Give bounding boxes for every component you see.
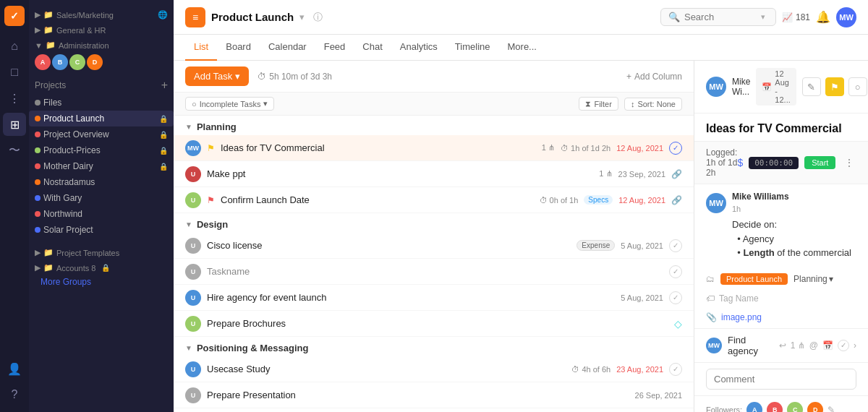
- sidebar-item-nostradamus[interactable]: Nostradamus: [29, 174, 174, 190]
- sidebar-item-with-gary[interactable]: With Gary: [29, 190, 174, 206]
- app-logo: ✓: [4, 6, 25, 26]
- tab-calendar[interactable]: Calendar: [260, 35, 315, 61]
- planning-badge[interactable]: Planning ▾: [793, 274, 833, 284]
- chart-icon[interactable]: 〜: [3, 139, 26, 162]
- tab-list[interactable]: List: [185, 35, 217, 61]
- task-row[interactable]: U ⚑ Confirm Launch Date ⏱ 0h of 1h Specs…: [174, 187, 694, 213]
- flag-icon-btn[interactable]: ⚑: [825, 77, 844, 96]
- help-icon[interactable]: ?: [3, 383, 26, 406]
- inbox-icon[interactable]: □: [3, 61, 26, 84]
- task-row[interactable]: U Taskname ✓: [174, 259, 694, 285]
- dot-product-launch: [35, 116, 41, 121]
- topbar-actions: 🔍 ▾ 📈 181 🔔 MW: [660, 7, 856, 27]
- sidebar-section-sales[interactable]: ▶ 📁 Sales/Marketing 🌐: [29, 6, 174, 21]
- avatar-1: A: [35, 54, 51, 70]
- sidebar-item-solar[interactable]: Solar Project: [29, 222, 174, 238]
- add-task-button[interactable]: Add Task ▾: [185, 66, 249, 86]
- user-tag-icon[interactable]: @: [809, 340, 818, 351]
- sidebar-section-admin[interactable]: ▼ 📁 Administration: [29, 36, 174, 51]
- detail-header-left: MW Mike Wi... 📅 12 Aug - 12...: [706, 68, 796, 106]
- dropdown-search-icon[interactable]: ▾: [761, 12, 765, 22]
- tab-more[interactable]: More...: [499, 35, 545, 61]
- notification-badge[interactable]: 📈 181: [782, 12, 810, 22]
- task-row[interactable]: U Prepare Presentation 26 Sep, 2021: [174, 382, 694, 408]
- detail-more-button[interactable]: ⋮: [841, 155, 857, 171]
- sidebar-item-files[interactable]: Files: [29, 95, 174, 111]
- tab-chat[interactable]: Chat: [354, 35, 391, 61]
- sidebar-label-acc: Accounts 8: [56, 264, 95, 272]
- sidebar-item-northwind[interactable]: Northwind: [29, 206, 174, 222]
- sidebar-label-md: Mother Dairy: [43, 161, 93, 171]
- task-date-2: 23 Sep, 2021: [618, 170, 665, 179]
- task-row[interactable]: U Hire agency for event launch 5 Aug, 20…: [174, 285, 694, 311]
- add-column-button[interactable]: + Add Column: [626, 72, 682, 82]
- check-circle-4[interactable]: ✓: [669, 239, 682, 252]
- tab-analytics[interactable]: Analytics: [391, 35, 446, 61]
- check-circle-8[interactable]: ✓: [669, 363, 682, 376]
- stop-icon-btn[interactable]: ○: [848, 77, 867, 96]
- chevron-icon-acc: ▶: [35, 263, 41, 272]
- search-input[interactable]: [684, 12, 757, 22]
- lock-icon-po: 🔒: [159, 131, 168, 139]
- check-circle-6[interactable]: ✓: [669, 291, 682, 304]
- comment-input[interactable]: [706, 369, 856, 390]
- detail-task-row[interactable]: MW Find agency ↩ 1 ⋔ @ 📅 ✓ ›: [694, 328, 868, 362]
- groups-icon[interactable]: ⊞: [3, 113, 26, 136]
- edit-followers-icon[interactable]: ✎: [827, 405, 835, 413]
- task-row[interactable]: U Make ppt 1 ⋔ 23 Sep, 2021 🔗: [174, 161, 694, 187]
- sidebar-section-hr[interactable]: ▶ 📁 General & HR: [29, 21, 174, 36]
- tab-feed[interactable]: Feed: [315, 35, 354, 61]
- add-project-button[interactable]: +: [161, 79, 168, 92]
- filter-button[interactable]: ⧗ Filter: [579, 97, 618, 111]
- task-row[interactable]: U Cisco license Expense 5 Aug, 2021 ✓: [174, 233, 694, 259]
- section-positioning[interactable]: ▼ Positioning & Messaging: [174, 337, 694, 356]
- add-task-label: Add Task: [194, 71, 232, 82]
- tab-timeline[interactable]: Timeline: [446, 35, 499, 61]
- project-icon-meta: 🗂: [706, 274, 715, 284]
- tab-board[interactable]: Board: [217, 35, 260, 61]
- reply-icon[interactable]: ↩: [779, 340, 786, 351]
- task-row[interactable]: U Usecase Study ⏱ 4h of 6h 23 Aug, 2021 …: [174, 356, 694, 382]
- user-avatar[interactable]: MW: [836, 7, 856, 27]
- task-date-3: 12 Aug, 2021: [618, 196, 665, 205]
- bell-icon[interactable]: 🔔: [816, 10, 830, 24]
- home-icon[interactable]: ⌂: [3, 35, 26, 58]
- tasks-icon[interactable]: ⋮: [3, 87, 26, 110]
- check-circle-1[interactable]: ✓: [669, 142, 682, 155]
- task-meta-9: 26 Sep, 2021: [635, 391, 682, 400]
- dropdown-icon[interactable]: ▾: [299, 12, 305, 22]
- sidebar-item-project-overview[interactable]: Project Overview 🔒: [29, 126, 174, 142]
- more-groups-link[interactable]: More Groups: [29, 274, 174, 290]
- check-circle-5[interactable]: ✓: [669, 265, 682, 278]
- planning-chevron: ▼: [185, 123, 192, 131]
- task-meta-1: 1 ⋔ ⏱ 1h of 1d 2h 12 Aug, 2021 ✓: [542, 142, 682, 155]
- design-chevron: ▼: [185, 220, 192, 228]
- task-meta-2: 1 ⋔ 23 Sep, 2021 🔗: [599, 169, 682, 179]
- task-meta-4: Expense 5 Aug, 2021 ✓: [576, 239, 682, 252]
- positioning-chevron: ▼: [185, 344, 192, 352]
- people-icon[interactable]: 👤: [3, 357, 26, 380]
- edit-icon-btn[interactable]: ✎: [802, 77, 821, 96]
- info-icon[interactable]: ⓘ: [313, 11, 323, 24]
- sidebar-item-mother-dairy[interactable]: Mother Dairy 🔒: [29, 158, 174, 174]
- task-row[interactable]: MW ⚑ Ideas for TV Commercial 1 ⋔ ⏱ 1h of…: [174, 135, 694, 161]
- sidebar-section-templates[interactable]: ▶ 📁 Project Templates: [29, 244, 174, 259]
- sidebar-item-product-launch[interactable]: Product Launch 🔒: [29, 111, 174, 126]
- sort-button[interactable]: ↕ Sort: None: [624, 98, 682, 111]
- attachment-link[interactable]: image.png: [721, 312, 762, 322]
- start-button[interactable]: Start: [804, 156, 835, 169]
- chart-trend-icon: 📈: [782, 12, 793, 22]
- calendar-sm-icon[interactable]: 📅: [822, 340, 833, 351]
- task-row[interactable]: U Determine key elements of the campaign…: [174, 408, 694, 412]
- chevron-icon-admin: ▼: [35, 41, 43, 50]
- task-date-1: 12 Aug, 2021: [616, 144, 663, 153]
- sidebar-section-accounts[interactable]: ▶ 📁 Accounts 8 🔒: [29, 259, 174, 274]
- task-row[interactable]: U Prepare Brochures ◇: [174, 311, 694, 337]
- incomplete-tasks-filter[interactable]: ○ Incomplete Tasks ▾: [185, 97, 274, 111]
- arrow-right-icon[interactable]: ›: [854, 340, 856, 351]
- avatar-3: C: [69, 54, 85, 70]
- sidebar-item-product-prices[interactable]: Product-Prices 🔒: [29, 142, 174, 158]
- section-design[interactable]: ▼ Design: [174, 213, 694, 233]
- find-agency-check[interactable]: ✓: [838, 340, 849, 351]
- section-planning[interactable]: ▼ Planning: [174, 116, 694, 135]
